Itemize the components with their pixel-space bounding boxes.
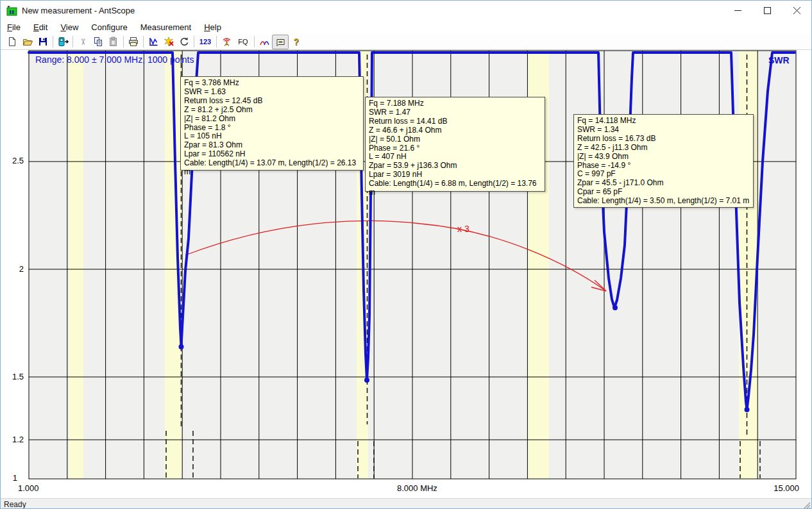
analyzer-device-icon	[57, 37, 69, 47]
harmonic-annotation-text: x 3	[457, 224, 469, 234]
marker-tooltip-1: Fq = 3.786 MHz SWR = 1.63 Return loss = …	[180, 76, 364, 171]
values-table-button[interactable]: 123	[196, 35, 214, 49]
swr-chart-button[interactable]	[146, 35, 161, 49]
menu-edit[interactable]: Edit	[27, 21, 54, 33]
open-folder-icon	[22, 37, 33, 47]
y-tick-1-5: 1.5	[3, 372, 24, 381]
marker-tooltip-3: Fq = 14.118 MHz SWR = 1.34 Return loss =…	[573, 114, 754, 208]
toolbar-separator	[216, 36, 217, 47]
swr-chart-icon	[148, 37, 159, 47]
new-document-icon	[7, 37, 17, 47]
analyzer-device-button[interactable]	[55, 35, 71, 49]
cut-scissors-icon: ✂	[78, 38, 88, 46]
y-tick-1-2: 1.2	[3, 435, 24, 444]
app-icon	[6, 5, 17, 16]
toolbar-separator	[254, 36, 255, 47]
info-panel-toggle-button[interactable]	[272, 35, 289, 49]
help-question-icon: ?	[294, 37, 300, 47]
x-tick-center: 8.000 MHz	[397, 483, 437, 493]
save-floppy-icon	[38, 37, 48, 47]
trace-label: SWR	[768, 55, 790, 65]
overlay-curves-icon	[259, 37, 270, 47]
window-title: New measurement - AntScope	[22, 6, 135, 15]
status-bar: Ready	[1, 498, 811, 509]
overlay-curves-button[interactable]	[257, 35, 272, 49]
y-tick-2-5: 2.5	[3, 156, 24, 165]
open-button[interactable]	[20, 35, 35, 49]
y-tick-2: 2	[3, 264, 24, 274]
printer-icon	[128, 37, 139, 47]
toolbar: ✂	[1, 34, 811, 50]
clear-markers-button[interactable]	[161, 35, 176, 49]
menu-file[interactable]: File	[1, 21, 27, 33]
toolbar-separator	[143, 36, 144, 47]
minimize-icon	[734, 7, 741, 14]
copy-pages-icon	[93, 37, 103, 47]
toolbar-separator	[194, 36, 194, 47]
menu-configure[interactable]: Configure	[85, 21, 133, 33]
refresh-arrows-icon	[179, 37, 190, 47]
frequency-fq-icon: FQ	[235, 38, 251, 46]
antenna-button[interactable]	[219, 35, 234, 49]
paste-button[interactable]	[106, 35, 121, 49]
resize-grip[interactable]	[802, 500, 811, 509]
toolbar-separator	[123, 36, 124, 47]
range-label: Range: 8.000 ± 7.000 MHz, 1000 points	[35, 54, 194, 65]
x-tick-end: 15.000	[771, 483, 799, 493]
print-button[interactable]	[126, 35, 141, 49]
info-panel-list-icon	[275, 37, 286, 47]
menu-view[interactable]: View	[54, 21, 85, 33]
close-button[interactable]	[782, 1, 811, 20]
copy-button[interactable]	[90, 35, 106, 49]
new-measurement-button[interactable]	[4, 35, 20, 49]
x-tick-start: 1.000	[18, 483, 39, 493]
clear-star-icon	[164, 37, 174, 47]
save-button[interactable]	[35, 35, 51, 49]
menu-measurement[interactable]: Measurement	[134, 21, 198, 33]
frequency-button[interactable]: FQ	[234, 35, 252, 49]
help-button[interactable]: ?	[289, 35, 304, 49]
y-tick-1: 1	[0, 473, 17, 483]
cut-button[interactable]: ✂	[75, 35, 90, 49]
rescan-button[interactable]	[176, 35, 192, 49]
menu-help[interactable]: Help	[198, 21, 228, 33]
maximize-button[interactable]	[752, 1, 782, 20]
antscope-window: New measurement - AntScope File Edit Vie…	[0, 0, 812, 509]
paste-clipboard-icon	[108, 37, 119, 47]
minimize-button[interactable]	[723, 1, 752, 20]
numeric-123-icon: 123	[197, 38, 214, 46]
title-bar[interactable]: New measurement - AntScope	[1, 1, 811, 21]
menu-bar: File Edit View Configure Measurement Hel…	[1, 21, 811, 34]
toolbar-separator	[53, 36, 53, 47]
toolbar-separator	[72, 36, 73, 47]
marker-tooltip-2: Fq = 7.188 MHz SWR = 1.47 Return loss = …	[365, 97, 545, 192]
status-text: Ready	[4, 500, 26, 509]
antenna-icon	[221, 37, 232, 47]
close-icon	[793, 7, 800, 14]
maximize-icon	[764, 7, 771, 14]
